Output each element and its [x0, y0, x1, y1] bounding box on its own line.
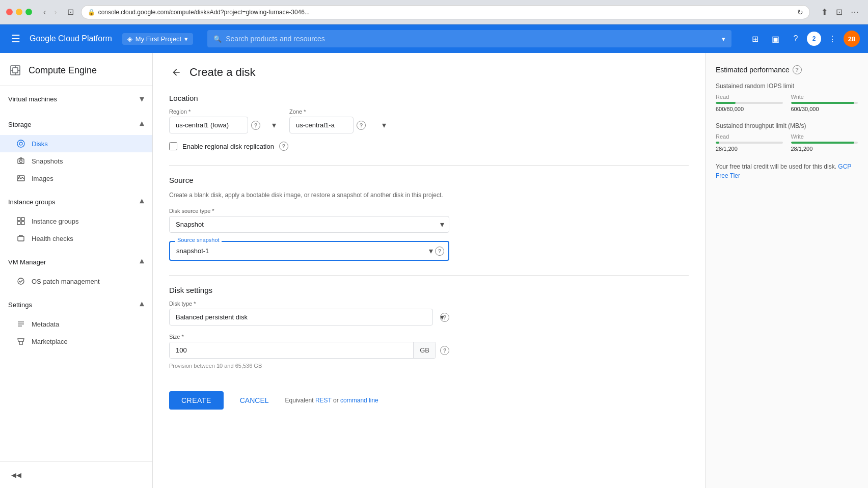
command-line-link[interactable]: command line [340, 397, 378, 404]
size-unit: GB [413, 342, 436, 358]
browser-share-button[interactable]: ⬆ [818, 6, 831, 18]
location-section: Location Region * us-central1 (Iowa) ▾ ? [169, 94, 689, 151]
cloud-shell-button[interactable]: ▣ [766, 30, 784, 48]
more-options-button[interactable]: ⋮ [823, 30, 842, 48]
sidebar-section-settings-header[interactable]: Settings ▾ [0, 294, 152, 315]
sidebar: Compute Engine Virtual machines ▾ Storag… [0, 53, 153, 488]
zone-field: Zone * us-central1-a ▾ ? [289, 109, 391, 133]
size-input[interactable] [170, 342, 413, 358]
rest-link[interactable]: REST [315, 397, 332, 404]
help-button[interactable]: ? [786, 30, 805, 48]
svg-point-9 [20, 160, 22, 162]
svg-point-6 [17, 140, 24, 147]
replication-checkbox[interactable] [169, 142, 177, 150]
sidebar-item-images[interactable]: Images [0, 170, 152, 187]
sidebar-item-disks[interactable]: Disks [0, 135, 152, 152]
location-form-row: Region * us-central1 (Iowa) ▾ ? Zone * [169, 109, 689, 133]
sidebar-collapse-button[interactable]: ◀◀ [8, 468, 24, 482]
close-dot[interactable] [6, 9, 13, 15]
throughput-read-value: 28/1,200 [716, 146, 783, 152]
back-button[interactable] [169, 65, 183, 79]
sidebar-section-settings-label: Settings [8, 301, 32, 309]
zone-select[interactable]: us-central1-a [289, 117, 354, 133]
os-patch-icon [16, 277, 25, 286]
sidebar-item-disks-label: Disks [32, 140, 48, 148]
sidebar-vmm-collapse-icon: ▾ [140, 256, 144, 267]
zone-help-icon[interactable]: ? [357, 121, 366, 130]
throughput-write-bar-fill [791, 142, 855, 144]
notification-badge[interactable]: 2 [807, 32, 821, 46]
disk-settings-title: Disk settings [169, 286, 689, 294]
url-text: console.cloud.google.com/compute/disksAd… [98, 9, 794, 16]
throughput-read-col: Read 28/1,200 [716, 133, 783, 152]
perf-help-icon[interactable]: ? [793, 65, 802, 74]
browser-more-button[interactable]: ⋯ [848, 6, 862, 18]
size-input-wrapper: GB [169, 342, 436, 359]
project-selector-button[interactable]: ◈ My First Project ▾ [122, 33, 193, 45]
throughput-read-label: Read [716, 133, 783, 140]
sidebar-item-marketplace[interactable]: Marketplace [0, 333, 152, 350]
size-help-icon[interactable]: ? [440, 346, 449, 355]
sidebar-section-vm: Virtual machines ▾ [0, 86, 152, 112]
compute-engine-icon [8, 63, 22, 77]
disk-type-label: Disk type * [169, 301, 689, 307]
sidebar-item-instance-groups[interactable]: Instance groups [0, 212, 152, 230]
disk-source-type-dropdown-wrapper: Snapshot ▾ [169, 216, 449, 233]
sidebar-section-storage-label: Storage [8, 121, 32, 128]
size-input-row: GB ? [169, 342, 449, 359]
right-panel: Estimated performance ? Sustained random… [705, 53, 868, 488]
disk-source-type-label: Disk source type * [169, 208, 689, 214]
browser-sidebar-button[interactable]: ⊡ [64, 6, 77, 18]
sidebar-settings-collapse-icon: ▾ [140, 299, 144, 310]
marketplace-icon-button[interactable]: ⊞ [746, 30, 764, 48]
disk-type-select[interactable]: Balanced persistent disk [169, 309, 433, 326]
project-name: My First Project [135, 35, 181, 43]
maximize-dot[interactable] [25, 9, 32, 15]
region-select[interactable]: us-central1 (Iowa) [169, 117, 248, 133]
size-hint: Provision between 10 and 65,536 GB [169, 363, 449, 369]
create-button[interactable]: CREATE [169, 391, 224, 410]
metadata-icon [16, 319, 25, 329]
replication-help-icon[interactable]: ? [279, 142, 288, 151]
source-snapshot-help-icon[interactable]: ? [435, 247, 444, 256]
sidebar-section-instance-groups: Instance groups ▾ Instance groups [0, 189, 152, 249]
sidebar-section-vm-label: Virtual machines [8, 95, 57, 103]
browser-url-bar[interactable]: 🔒 console.cloud.google.com/compute/disks… [81, 5, 810, 19]
region-help-icon[interactable]: ? [251, 121, 260, 130]
browser-refresh-button[interactable]: ↻ [797, 8, 803, 16]
sidebar-item-health-checks[interactable]: Health checks [0, 230, 152, 247]
browser-extensions-button[interactable]: ⊡ [833, 6, 846, 18]
user-avatar-button[interactable]: 28 [844, 31, 860, 47]
iops-write-label: Write [791, 94, 858, 100]
sidebar-item-snapshots[interactable]: Snapshots [0, 152, 152, 170]
iops-write-col: Write 600/30,000 [791, 94, 858, 112]
minimize-dot[interactable] [16, 9, 22, 15]
search-bar[interactable]: 🔍 ▾ [207, 30, 731, 47]
source-snapshot-select[interactable]: snapshot-1 [170, 242, 429, 260]
sidebar-section-storage-header[interactable]: Storage ▾ [0, 114, 152, 135]
sidebar-item-metadata-label: Metadata [32, 320, 59, 328]
source-section-title: Source [169, 176, 689, 184]
hamburger-menu-button[interactable]: ☰ [8, 30, 23, 48]
search-input[interactable] [226, 35, 718, 43]
sidebar-section-vm-header[interactable]: Virtual machines ▾ [0, 88, 152, 110]
browser-back-button[interactable]: ‹ [40, 7, 49, 18]
sidebar-section-vm-manager-header[interactable]: VM Manager ▾ [0, 251, 152, 273]
collapse-icon: ◀◀ [11, 471, 21, 479]
browser-forward-button[interactable]: › [51, 7, 60, 18]
iops-write-bar-fill [791, 102, 855, 104]
search-dropdown-icon: ▾ [722, 35, 725, 43]
cancel-button[interactable]: CANCEL [232, 391, 277, 410]
throughput-write-col: Write 28/1,200 [791, 133, 858, 152]
sidebar-item-os-patch[interactable]: OS patch management [0, 273, 152, 290]
sidebar-section-instance-groups-label: Instance groups [8, 198, 56, 206]
source-snapshot-wrapper: Source snapshot snapshot-1 ▾ ? [169, 241, 449, 261]
disk-type-dropdown-wrapper: Balanced persistent disk ▾ ? [169, 309, 449, 326]
sidebar-ig-collapse-icon: ▾ [140, 196, 144, 207]
size-label: Size * [169, 334, 449, 340]
disk-source-type-field: Disk source type * Snapshot ▾ [169, 208, 689, 233]
disk-type-help-icon[interactable]: ? [440, 313, 449, 322]
sidebar-section-instance-groups-header[interactable]: Instance groups ▾ [0, 191, 152, 212]
disk-source-type-select[interactable]: Snapshot [169, 216, 449, 233]
sidebar-item-metadata[interactable]: Metadata [0, 315, 152, 333]
